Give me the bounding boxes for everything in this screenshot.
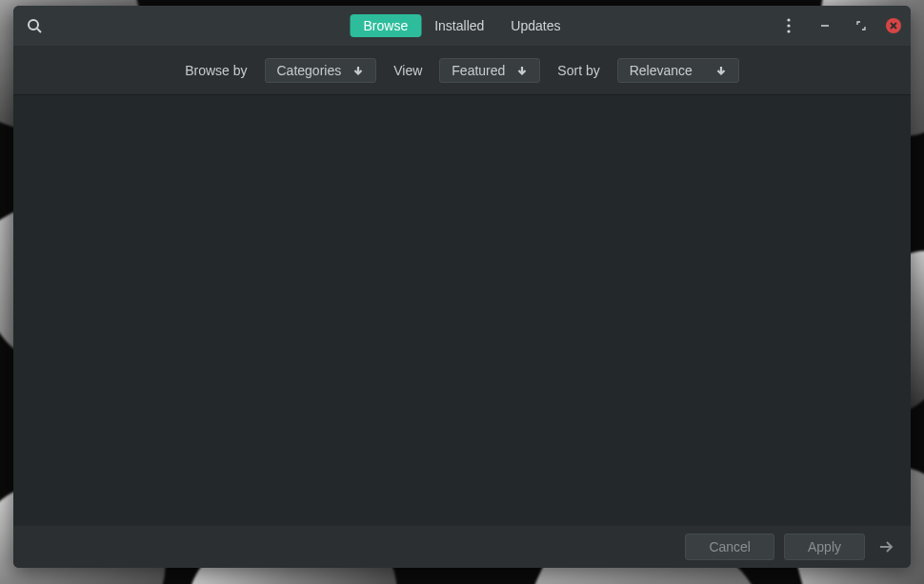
view-dropdown[interactable]: Featured: [439, 58, 540, 83]
sort-by-dropdown[interactable]: Relevance: [617, 58, 739, 83]
sort-by-label: Sort by: [557, 63, 599, 78]
svg-point-3: [787, 24, 790, 27]
svg-point-0: [29, 20, 38, 30]
svg-point-4: [787, 30, 790, 32]
view-value: Featured: [452, 63, 505, 78]
svg-line-1: [37, 29, 41, 32]
menu-icon[interactable]: [777, 14, 800, 37]
svg-point-2: [787, 18, 790, 21]
titlebar: Browse Installed Updates: [13, 6, 911, 46]
browse-by-label: Browse by: [185, 63, 247, 78]
close-button[interactable]: [886, 18, 901, 33]
filter-bar: Browse by Categories View Featured Sort …: [13, 46, 911, 95]
maximize-button[interactable]: [850, 14, 873, 37]
footer-bar: Cancel Apply: [13, 526, 911, 568]
chevron-down-icon: [516, 65, 528, 76]
minimize-button[interactable]: [814, 14, 836, 37]
content-area: [13, 95, 911, 526]
cancel-button[interactable]: Cancel: [685, 534, 774, 560]
app-window: Browse Installed Updates: [13, 6, 911, 568]
sort-by-value: Relevance: [630, 63, 693, 78]
tab-installed[interactable]: Installed: [421, 14, 497, 37]
apply-button[interactable]: Apply: [784, 534, 865, 560]
browse-by-value: Categories: [277, 63, 342, 78]
search-icon[interactable]: [23, 14, 46, 37]
tab-browse[interactable]: Browse: [351, 14, 422, 37]
browse-by-dropdown[interactable]: Categories: [265, 58, 377, 83]
chevron-down-icon: [352, 65, 364, 76]
tab-updates[interactable]: Updates: [497, 14, 573, 37]
view-label: View: [393, 63, 422, 78]
forward-icon[interactable]: [874, 535, 897, 558]
chevron-down-icon: [715, 65, 727, 76]
